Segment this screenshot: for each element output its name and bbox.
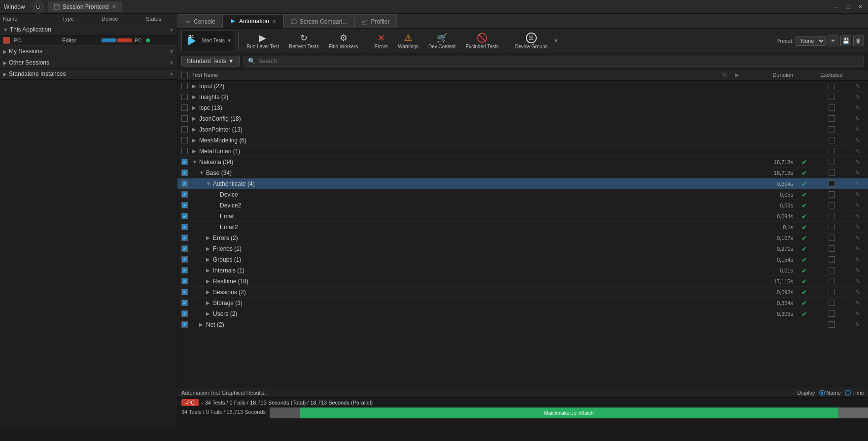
row-arrow-meshmodeling[interactable]: ▶ — [192, 137, 199, 143]
excluded-checkbox-ispc[interactable] — [829, 104, 835, 111]
checkbox-meshmodeling[interactable] — [181, 137, 188, 143]
table-row[interactable]: ▶ Friends (1) 0,271s ✔ ✎ — [177, 243, 868, 254]
row-arrow-storage[interactable]: ▶ — [192, 300, 213, 305]
row-check-internals[interactable] — [181, 267, 192, 273]
row-edit-authenticate[interactable]: ✎ — [851, 180, 864, 187]
row-edit-nakama[interactable]: ✎ — [851, 159, 864, 166]
checkbox-jsonpointer[interactable] — [181, 126, 188, 133]
th-run[interactable]: ▶ — [735, 71, 748, 78]
excluded-checkbox-realtime[interactable] — [829, 278, 835, 284]
excluded-checkbox-insights[interactable] — [829, 94, 835, 100]
row-check-realtime[interactable] — [181, 278, 192, 284]
session-frontend-tab[interactable]: Session Frontend ✕ — [48, 1, 122, 12]
section-my-sessions[interactable]: ▶ My Sessions ▼ — [0, 46, 177, 57]
row-arrow-authenticate[interactable]: ▼ — [192, 181, 213, 186]
checkbox-insights[interactable] — [181, 94, 188, 100]
table-row[interactable]: ▶ Realtime (18) 17,115s ✔ ✎ — [177, 276, 868, 287]
row-edit-ispc[interactable]: ✎ — [851, 104, 864, 111]
row-excluded-authenticate[interactable] — [812, 180, 851, 187]
tab-screen-comparison[interactable]: Screen Compari... — [283, 14, 355, 28]
row-edit-friends[interactable]: ✎ — [851, 245, 864, 252]
row-excluded-jsonpointer[interactable] — [812, 126, 851, 133]
row-arrow-insights[interactable]: ▶ — [192, 94, 199, 100]
table-row[interactable]: ▶ MeshModeling (6) ✎ — [177, 135, 868, 146]
row-excluded-insights[interactable] — [812, 94, 851, 100]
row-arrow-realtime[interactable]: ▶ — [192, 278, 213, 284]
run-level-test-button[interactable]: ▶ Run Level Test — [243, 30, 283, 52]
checkbox-users[interactable] — [181, 310, 188, 317]
start-tests-button[interactable]: 34 Start Tests ▼ — [181, 31, 234, 51]
device-checkbox[interactable] — [3, 37, 10, 44]
row-check-email[interactable] — [181, 213, 192, 219]
row-check-input[interactable] — [181, 83, 192, 89]
checkbox-device[interactable] — [181, 191, 188, 198]
table-row[interactable]: ▶ Insights (2) ✎ — [177, 92, 868, 102]
row-check-device2[interactable] — [181, 202, 192, 208]
excluded-checkbox-internals[interactable] — [829, 267, 835, 273]
table-row[interactable]: ▶ Net (2) ✎ — [177, 319, 868, 330]
checkbox-base[interactable] — [181, 170, 188, 176]
table-row[interactable]: ▶ Ispc (13) ✎ — [177, 102, 868, 113]
device-groups-dropdown[interactable]: ▼ — [554, 38, 558, 43]
standard-tests-button[interactable]: Standard Tests ▼ — [181, 56, 240, 67]
row-edit-jsonconfig[interactable]: ✎ — [851, 115, 864, 122]
row-check-jsonpointer[interactable] — [181, 126, 192, 133]
excluded-checkbox-storage[interactable] — [829, 300, 835, 306]
preset-delete-button[interactable]: 🗑 — [853, 35, 864, 46]
row-edit-metahuman[interactable]: ✎ — [851, 148, 864, 155]
row-edit-groups[interactable]: ✎ — [851, 256, 864, 263]
table-row[interactable]: ▶ Errors (2) 0,107s ✔ ✎ — [177, 233, 868, 243]
table-row[interactable]: ▶ JsonPointer (13) ✎ — [177, 124, 868, 135]
row-edit-meshmodeling[interactable]: ✎ — [851, 137, 864, 144]
row-excluded-email[interactable] — [812, 213, 851, 219]
checkbox-metahuman[interactable] — [181, 148, 188, 154]
row-check-jsonconfig[interactable] — [181, 115, 192, 122]
checkbox-nakama[interactable] — [181, 159, 188, 165]
minimize-button[interactable]: ─ — [833, 3, 840, 11]
header-checkbox[interactable] — [181, 72, 188, 78]
session-tab-close[interactable]: ✕ — [112, 3, 116, 10]
checkbox-sessions[interactable] — [181, 289, 188, 295]
warnings-button[interactable]: ⚠ Warnings — [394, 30, 422, 52]
excluded-checkbox-device[interactable] — [829, 191, 835, 198]
excluded-checkbox-users[interactable] — [829, 310, 835, 317]
row-arrow-base[interactable]: ▼ — [192, 170, 206, 175]
row-check-friends[interactable] — [181, 245, 192, 252]
row-check-nakama[interactable] — [181, 159, 192, 165]
row-edit-users[interactable]: ✎ — [851, 310, 864, 317]
section-standalone[interactable]: ▶ Standalone Instances ▼ — [0, 68, 177, 80]
row-excluded-metahuman[interactable] — [812, 148, 851, 154]
checkbox-realtime[interactable] — [181, 278, 188, 284]
refresh-tests-button[interactable]: ↻ Refresh Tests — [285, 30, 323, 52]
row-excluded-friends[interactable] — [812, 245, 851, 252]
excluded-checkbox-jsonpointer[interactable] — [829, 126, 835, 133]
start-tests-dropdown-icon[interactable]: ▼ — [227, 38, 232, 43]
row-excluded-groups[interactable] — [812, 256, 851, 263]
tab-profiler[interactable]: Profiler — [354, 14, 397, 28]
row-excluded-errors[interactable] — [812, 235, 851, 241]
row-excluded-device2[interactable] — [812, 202, 851, 208]
row-edit-insights[interactable]: ✎ — [851, 94, 864, 101]
row-arrow-metahuman[interactable]: ▶ — [192, 148, 199, 154]
row-arrow-friends[interactable]: ▶ — [192, 246, 213, 251]
row-check-errors[interactable] — [181, 235, 192, 241]
table-row[interactable]: ▼ Nakama (34) 18,713s ✔ ✎ — [177, 157, 868, 168]
row-excluded-sessions[interactable] — [812, 289, 851, 295]
row-edit-realtime[interactable]: ✎ — [851, 278, 864, 285]
maximize-button[interactable]: □ — [844, 3, 852, 11]
row-check-base[interactable] — [181, 170, 192, 176]
preset-add-button[interactable]: + — [828, 35, 838, 46]
row-edit-email[interactable]: ✎ — [851, 213, 864, 220]
checkbox-net[interactable] — [181, 321, 188, 328]
row-arrow-input[interactable]: ▶ — [192, 83, 199, 89]
tab-automation-close[interactable]: ✕ — [272, 19, 276, 24]
display-name-option[interactable]: Name — [819, 390, 841, 396]
row-edit-errors[interactable]: ✎ — [851, 235, 864, 241]
row-edit-internals[interactable]: ✎ — [851, 267, 864, 274]
row-arrow-sessions[interactable]: ▶ — [192, 289, 213, 295]
row-edit-net[interactable]: ✎ — [851, 321, 864, 328]
table-row[interactable]: ▶ Users (2) 0,305s ✔ ✎ — [177, 308, 868, 319]
tab-console[interactable]: Console — [177, 14, 223, 28]
row-excluded-jsonconfig[interactable] — [812, 115, 851, 122]
row-arrow-errors[interactable]: ▶ — [192, 235, 213, 240]
